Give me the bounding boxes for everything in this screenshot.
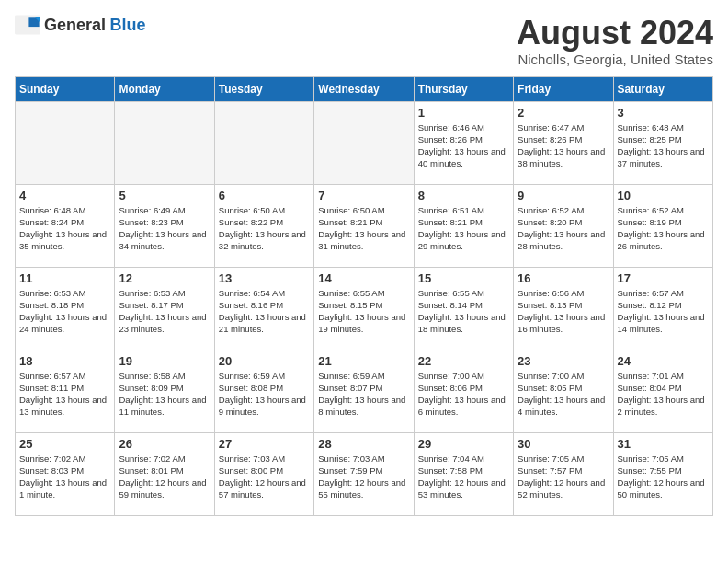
day-info: Sunrise: 7:03 AMSunset: 8:00 PMDaylight:… <box>219 453 310 501</box>
day-number: 14 <box>318 271 409 285</box>
day-number: 15 <box>418 271 509 285</box>
day-info: Sunrise: 6:48 AMSunset: 8:25 PMDaylight:… <box>618 121 709 170</box>
day-info: Sunrise: 6:55 AMSunset: 8:14 PMDaylight:… <box>418 287 509 336</box>
logo-general: General <box>44 16 106 34</box>
day-number: 29 <box>418 437 509 451</box>
calendar-cell: 19Sunrise: 6:58 AMSunset: 8:09 PMDayligh… <box>115 350 214 432</box>
calendar-cell: 13Sunrise: 6:54 AMSunset: 8:16 PMDayligh… <box>214 267 313 350</box>
day-number: 27 <box>219 437 310 451</box>
day-info: Sunrise: 6:53 AMSunset: 8:18 PMDaylight:… <box>19 287 110 336</box>
day-info: Sunrise: 7:03 AMSunset: 7:59 PMDaylight:… <box>318 453 409 501</box>
day-info: Sunrise: 6:50 AMSunset: 8:22 PMDaylight:… <box>219 204 310 253</box>
title-block: August 2024 Nicholls, Georgia, United St… <box>517 15 713 67</box>
calendar-cell: 14Sunrise: 6:55 AMSunset: 8:15 PMDayligh… <box>314 267 414 350</box>
day-number: 31 <box>618 437 709 451</box>
weekday-header-monday: Monday <box>115 76 214 101</box>
calendar-cell: 10Sunrise: 6:52 AMSunset: 8:19 PMDayligh… <box>613 184 712 267</box>
day-number: 22 <box>418 354 509 368</box>
day-info: Sunrise: 6:55 AMSunset: 8:15 PMDaylight:… <box>318 287 409 336</box>
day-number: 3 <box>618 106 709 120</box>
weekday-header-wednesday: Wednesday <box>314 76 414 101</box>
day-info: Sunrise: 6:56 AMSunset: 8:13 PMDaylight:… <box>518 287 609 336</box>
day-number: 18 <box>19 354 110 368</box>
day-info: Sunrise: 7:02 AMSunset: 8:01 PMDaylight:… <box>119 453 210 501</box>
day-info: Sunrise: 6:58 AMSunset: 8:09 PMDaylight:… <box>119 370 210 419</box>
day-info: Sunrise: 6:52 AMSunset: 8:20 PMDaylight:… <box>518 204 609 253</box>
day-number: 2 <box>518 106 609 120</box>
day-number: 21 <box>318 354 409 368</box>
weekday-header-friday: Friday <box>514 76 613 101</box>
day-number: 1 <box>418 106 509 120</box>
calendar-cell: 6Sunrise: 6:50 AMSunset: 8:22 PMDaylight… <box>214 184 313 267</box>
day-info: Sunrise: 7:00 AMSunset: 8:06 PMDaylight:… <box>418 370 509 419</box>
calendar-cell: 7Sunrise: 6:50 AMSunset: 8:21 PMDaylight… <box>314 184 414 267</box>
calendar-cell: 24Sunrise: 7:01 AMSunset: 8:04 PMDayligh… <box>613 350 712 432</box>
logo-blue: Blue <box>110 16 146 34</box>
calendar-cell: 23Sunrise: 7:00 AMSunset: 8:05 PMDayligh… <box>514 350 613 432</box>
day-info: Sunrise: 7:02 AMSunset: 8:03 PMDaylight:… <box>19 453 110 501</box>
weekday-header-row: SundayMondayTuesdayWednesdayThursdayFrid… <box>16 76 713 101</box>
day-info: Sunrise: 6:47 AMSunset: 8:26 PMDaylight:… <box>518 121 609 170</box>
calendar-cell: 15Sunrise: 6:55 AMSunset: 8:14 PMDayligh… <box>414 267 513 350</box>
calendar-cell: 27Sunrise: 7:03 AMSunset: 8:00 PMDayligh… <box>214 432 313 515</box>
day-info: Sunrise: 6:59 AMSunset: 8:07 PMDaylight:… <box>318 370 409 419</box>
calendar-cell: 20Sunrise: 6:59 AMSunset: 8:08 PMDayligh… <box>214 350 313 432</box>
day-number: 7 <box>318 189 409 202</box>
day-number: 16 <box>518 271 609 285</box>
calendar-cell: 26Sunrise: 7:02 AMSunset: 8:01 PMDayligh… <box>115 432 214 515</box>
day-info: Sunrise: 6:52 AMSunset: 8:19 PMDaylight:… <box>618 204 709 253</box>
day-info: Sunrise: 7:01 AMSunset: 8:04 PMDaylight:… <box>618 370 709 419</box>
calendar-cell: 18Sunrise: 6:57 AMSunset: 8:11 PMDayligh… <box>16 350 115 432</box>
day-number: 6 <box>219 189 310 202</box>
day-number: 17 <box>618 271 709 285</box>
day-info: Sunrise: 6:49 AMSunset: 8:23 PMDaylight:… <box>119 204 210 253</box>
day-number: 13 <box>219 271 310 285</box>
day-number: 11 <box>19 271 110 285</box>
day-number: 19 <box>119 354 210 368</box>
calendar-cell: 29Sunrise: 7:04 AMSunset: 7:58 PMDayligh… <box>414 432 513 515</box>
day-info: Sunrise: 6:57 AMSunset: 8:12 PMDaylight:… <box>618 287 709 336</box>
day-number: 25 <box>19 437 110 451</box>
day-info: Sunrise: 6:53 AMSunset: 8:17 PMDaylight:… <box>119 287 210 336</box>
calendar-cell <box>314 101 414 184</box>
calendar-cell: 22Sunrise: 7:00 AMSunset: 8:06 PMDayligh… <box>414 350 513 432</box>
calendar-cell: 2Sunrise: 6:47 AMSunset: 8:26 PMDaylight… <box>514 101 613 184</box>
day-info: Sunrise: 6:57 AMSunset: 8:11 PMDaylight:… <box>19 370 110 419</box>
location-title: Nicholls, Georgia, United States <box>517 52 713 67</box>
week-row-2: 4Sunrise: 6:48 AMSunset: 8:24 PMDaylight… <box>16 184 713 267</box>
calendar-cell: 5Sunrise: 6:49 AMSunset: 8:23 PMDaylight… <box>115 184 214 267</box>
calendar-cell <box>16 101 115 184</box>
calendar-cell: 12Sunrise: 6:53 AMSunset: 8:17 PMDayligh… <box>115 267 214 350</box>
weekday-header-saturday: Saturday <box>613 76 712 101</box>
day-info: Sunrise: 7:00 AMSunset: 8:05 PMDaylight:… <box>518 370 609 419</box>
logo-icon <box>15 15 40 35</box>
weekday-header-tuesday: Tuesday <box>214 76 313 101</box>
day-number: 24 <box>618 354 709 368</box>
week-row-5: 25Sunrise: 7:02 AMSunset: 8:03 PMDayligh… <box>16 432 713 515</box>
day-info: Sunrise: 7:05 AMSunset: 7:55 PMDaylight:… <box>618 453 709 501</box>
day-number: 30 <box>518 437 609 451</box>
calendar-cell: 28Sunrise: 7:03 AMSunset: 7:59 PMDayligh… <box>314 432 414 515</box>
day-info: Sunrise: 6:59 AMSunset: 8:08 PMDaylight:… <box>219 370 310 419</box>
calendar-cell: 8Sunrise: 6:51 AMSunset: 8:21 PMDaylight… <box>414 184 513 267</box>
day-number: 28 <box>318 437 409 451</box>
calendar-cell: 30Sunrise: 7:05 AMSunset: 7:57 PMDayligh… <box>514 432 613 515</box>
day-info: Sunrise: 7:04 AMSunset: 7:58 PMDaylight:… <box>418 453 509 501</box>
weekday-header-thursday: Thursday <box>414 76 513 101</box>
calendar-table: SundayMondayTuesdayWednesdayThursdayFrid… <box>15 76 713 516</box>
day-number: 23 <box>518 354 609 368</box>
calendar-cell: 21Sunrise: 6:59 AMSunset: 8:07 PMDayligh… <box>314 350 414 432</box>
day-number: 12 <box>119 271 210 285</box>
day-number: 5 <box>119 189 210 202</box>
day-number: 4 <box>19 189 110 202</box>
calendar-cell <box>115 101 214 184</box>
calendar-cell: 4Sunrise: 6:48 AMSunset: 8:24 PMDaylight… <box>16 184 115 267</box>
calendar-cell <box>214 101 313 184</box>
calendar-cell: 11Sunrise: 6:53 AMSunset: 8:18 PMDayligh… <box>16 267 115 350</box>
page-header: General Blue August 2024 Nicholls, Georg… <box>15 15 713 67</box>
day-number: 10 <box>618 189 709 202</box>
calendar-cell: 1Sunrise: 6:46 AMSunset: 8:26 PMDaylight… <box>414 101 513 184</box>
day-number: 8 <box>418 189 509 202</box>
day-info: Sunrise: 6:46 AMSunset: 8:26 PMDaylight:… <box>418 121 509 170</box>
week-row-3: 11Sunrise: 6:53 AMSunset: 8:18 PMDayligh… <box>16 267 713 350</box>
